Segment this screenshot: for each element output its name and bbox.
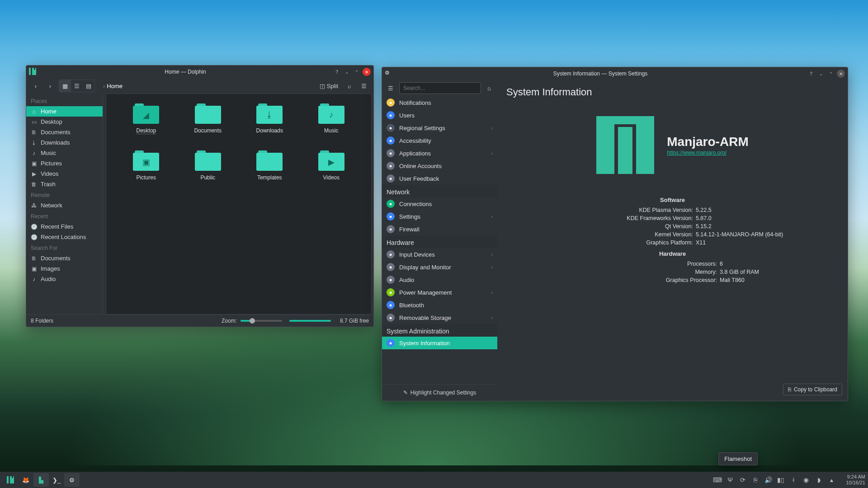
search-input[interactable]: [399, 82, 481, 94]
task-konsole[interactable]: ❯_: [49, 473, 64, 487]
sidebar-item-power-management[interactable]: ●Power Management›: [382, 286, 497, 299]
wifi-icon[interactable]: ◗: [815, 476, 822, 483]
os-url-link[interactable]: https://www.manjaro.org/: [667, 150, 726, 156]
clock[interactable]: 9:24 AM 10/16/21: [846, 474, 865, 486]
menu-button[interactable]: ☰: [358, 80, 370, 92]
category-icon: ●: [387, 263, 395, 271]
folder-templates[interactable]: Templates: [239, 146, 301, 193]
nav-forward-button[interactable]: ›: [44, 80, 56, 92]
tray-expand-icon[interactable]: ▴: [828, 476, 835, 483]
minimize-button[interactable]: ⌄: [343, 68, 351, 76]
music-icon: ♪: [31, 150, 37, 156]
close-button[interactable]: ✕: [363, 68, 371, 76]
close-button[interactable]: ✕: [837, 70, 845, 78]
folder-downloads[interactable]: ⭳Downloads: [239, 99, 301, 146]
sidebar-item-firewall[interactable]: ●Firewall: [382, 223, 497, 235]
help-button[interactable]: ?: [807, 70, 815, 78]
icon-view-button[interactable]: ▦: [59, 80, 71, 92]
sidebar-item-search-documents[interactable]: 🗎Documents: [26, 253, 103, 263]
task-firefox[interactable]: 🦊: [18, 473, 33, 487]
sidebar-item-pictures[interactable]: ▣Pictures: [26, 158, 103, 169]
sidebar-item-removable-storage[interactable]: ●Removable Storage›: [382, 311, 497, 324]
compact-view-button[interactable]: ☰: [71, 80, 83, 92]
folder-music[interactable]: ♪Music: [301, 99, 363, 146]
clock-icon: 🕘: [31, 234, 37, 240]
copy-to-clipboard-button[interactable]: ⎘ Copy to Clipboard: [783, 384, 842, 395]
sidebar-item-display-and-monitor[interactable]: ●Display and Monitor›: [382, 261, 497, 273]
systemsettings-titlebar[interactable]: ⚙ System Information — System Settings ?…: [382, 67, 848, 80]
help-button[interactable]: ?: [333, 68, 341, 76]
sidebar-item-music[interactable]: ♪Music: [26, 148, 103, 158]
sidebar-item-downloads[interactable]: ⭳Downloads: [26, 137, 103, 148]
sidebar-item-settings[interactable]: ●Settings›: [382, 210, 497, 223]
sidebar-item-regional-settings[interactable]: ●Regional Settings›: [382, 122, 497, 134]
dolphin-titlebar[interactable]: Home — Dolphin ? ⌄ ⌃ ✕: [26, 66, 373, 78]
sidebar-item-user-feedback[interactable]: ●User Feedback: [382, 172, 497, 185]
sidebar-item-desktop[interactable]: ▭Desktop: [26, 117, 103, 127]
sidebar-item-input-devices[interactable]: ●Input Devices›: [382, 248, 497, 261]
sidebar-item-network[interactable]: 🖧Network: [26, 200, 103, 211]
pictures-icon: ▣: [31, 160, 37, 167]
sidebar-item-recent-files[interactable]: 🕘Recent Files: [26, 221, 103, 232]
sidebar-item-connections[interactable]: ●Connections: [382, 197, 497, 210]
sidebar-item-recent-locations[interactable]: 🕘Recent Locations: [26, 232, 103, 242]
sidebar-item-online-accounts[interactable]: ●Online Accounts: [382, 160, 497, 172]
hamburger-button[interactable]: ☰: [385, 82, 396, 94]
folder-public[interactable]: Public: [177, 146, 239, 193]
sidebar-item-audio[interactable]: ●Audio: [382, 273, 497, 286]
zoom-slider-right[interactable]: [289, 320, 331, 322]
documents-icon: 🗎: [31, 129, 37, 136]
updates-icon[interactable]: ⟳: [739, 476, 746, 483]
volume-icon[interactable]: 🔊: [764, 476, 772, 483]
info-row: Memory:3.8 GiB of RAM: [586, 268, 759, 276]
usb-icon[interactable]: Ψ: [726, 476, 734, 483]
split-button[interactable]: ◫ Split: [317, 83, 341, 89]
tray-tooltip: Flameshot: [718, 452, 758, 465]
network-icon: 🖧: [31, 202, 37, 209]
sidebar-item-users[interactable]: ●Users: [382, 109, 497, 122]
chevron-right-icon: ›: [491, 290, 493, 295]
category-icon: ●: [387, 212, 395, 221]
search-button[interactable]: ⌕: [344, 80, 355, 92]
breadcrumb[interactable]: › Home: [101, 83, 314, 89]
sidebar-item-videos[interactable]: ▶Videos: [26, 169, 103, 179]
minimize-button[interactable]: ⌄: [817, 70, 825, 78]
folder-desktop[interactable]: ◢Desktop: [115, 99, 177, 146]
folder-pictures[interactable]: ▣Pictures: [115, 146, 177, 193]
sidebar-item-notifications[interactable]: ●Notifications: [382, 96, 497, 109]
detail-view-button[interactable]: ▤: [83, 80, 94, 92]
folder-videos[interactable]: ▶Videos: [301, 146, 363, 193]
task-systemsettings[interactable]: ⚙: [64, 473, 80, 487]
maximize-button[interactable]: ⌃: [827, 70, 835, 78]
sidebar-item-system-information[interactable]: ●System Information: [382, 337, 497, 349]
highlight-changed-button[interactable]: ✎ Highlight Changed Settings: [382, 384, 497, 401]
clock-icon: 🕘: [31, 224, 37, 230]
sidebar-item-search-images[interactable]: ▣Images: [26, 263, 103, 274]
dolphin-file-view[interactable]: ◢Desktop Documents ⭳Downloads ♪Music ▣Pi…: [106, 94, 372, 314]
sidebar-item-documents[interactable]: 🗎Documents: [26, 127, 103, 137]
sidebar-item-bluetooth[interactable]: ●Bluetooth: [382, 299, 497, 311]
category-icon: ●: [387, 174, 395, 183]
sidebar-resize-handle[interactable]: [103, 94, 106, 314]
folder-documents[interactable]: Documents: [177, 99, 239, 146]
flameshot-icon[interactable]: ◉: [802, 476, 810, 483]
zoom-slider[interactable]: [241, 320, 282, 322]
sidebar-item-search-audio[interactable]: ♪Audio: [26, 274, 103, 284]
battery-icon[interactable]: ▮▯: [777, 476, 784, 483]
info-row: KDE Plasma Version:5.22.5: [562, 206, 783, 214]
keyboard-layout-icon[interactable]: ⌨: [714, 476, 721, 483]
home-button[interactable]: ⌂: [484, 83, 495, 94]
bluetooth-icon[interactable]: ᚼ: [790, 476, 797, 483]
start-button[interactable]: [3, 473, 18, 487]
hardware-header: Hardware: [659, 250, 686, 257]
dolphin-sidebar: Places ⌂Home ▭Desktop 🗎Documents ⭳Downlo…: [26, 94, 103, 314]
task-dolphin[interactable]: ▙: [33, 473, 49, 487]
clipboard-icon[interactable]: ⎘: [752, 476, 759, 483]
split-icon: ◫: [320, 83, 325, 89]
nav-back-button[interactable]: ‹: [30, 80, 42, 92]
sidebar-item-applications[interactable]: ●Applications›: [382, 147, 497, 160]
sidebar-item-home[interactable]: ⌂Home: [26, 106, 103, 117]
sidebar-item-accessibility[interactable]: ●Accessibility: [382, 134, 497, 147]
sidebar-item-trash[interactable]: 🗑Trash: [26, 179, 103, 189]
maximize-button[interactable]: ⌃: [353, 68, 361, 76]
